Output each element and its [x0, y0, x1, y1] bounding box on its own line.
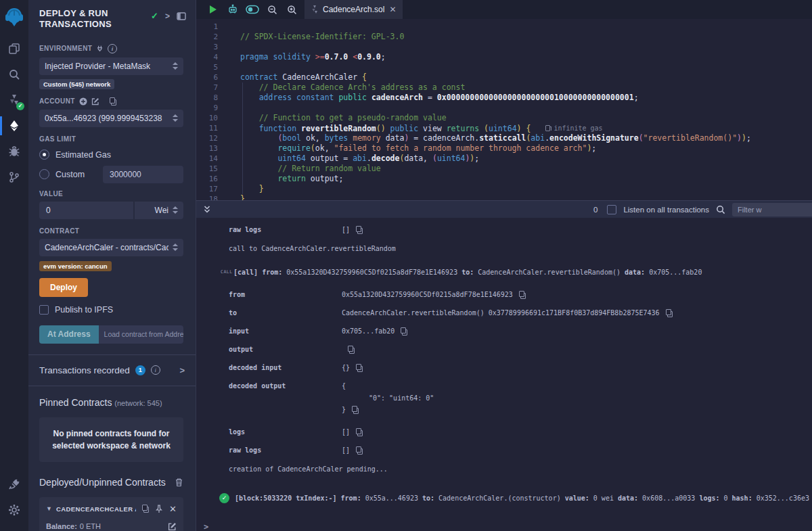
line-number[interactable]: 16	[196, 174, 227, 184]
line-number[interactable]: 10	[196, 113, 227, 123]
solidity-compiler-icon[interactable]: ✓	[0, 89, 28, 112]
code-line[interactable]: 13 require(ok, "failed to fetch a random…	[196, 143, 812, 154]
line-number[interactable]: 7	[196, 83, 227, 93]
code-line[interactable]: 17 }	[196, 184, 812, 194]
environment-select[interactable]: Injected Provider - MetaMask	[39, 57, 183, 75]
copy-icon[interactable]	[352, 406, 359, 414]
line-number[interactable]: 17	[196, 184, 227, 194]
code-line[interactable]: 3	[196, 42, 812, 52]
gas-estimated-option[interactable]: Estimated Gas	[39, 147, 183, 162]
run-script-icon[interactable]	[206, 3, 221, 16]
terminal-prompt[interactable]: >	[196, 522, 812, 531]
ai-toggle-icon[interactable]	[245, 3, 260, 16]
transactions-recorded-row[interactable]: Transactions recorded 1 i >	[28, 355, 196, 386]
line-number[interactable]: 9	[196, 103, 227, 113]
line-number[interactable]: 12	[196, 133, 227, 143]
line-number[interactable]: 6	[196, 72, 227, 83]
copy-account-icon[interactable]	[110, 97, 116, 106]
close-tab-icon[interactable]: ✕	[389, 5, 396, 14]
contract-select[interactable]: CadenceArchCaler - contracts/Cac	[39, 239, 183, 256]
listen-all-checkbox[interactable]	[607, 205, 616, 214]
publish-ipfs-checkbox[interactable]	[39, 305, 49, 315]
copy-icon[interactable]	[356, 428, 363, 436]
code-line[interactable]: 11 function revertibleRandom() public vi…	[196, 123, 812, 133]
code-line[interactable]: 15 // Return random value	[196, 164, 812, 174]
code-line[interactable]: 6contract CadenceArchCaler {	[196, 72, 812, 83]
ai-assistant-icon[interactable]	[225, 3, 240, 16]
code-line[interactable]: 12 (bool ok, bytes memory data) = cadenc…	[196, 133, 812, 143]
code-editor[interactable]: 12// SPDX-License-Identifier: GPL-3.034p…	[196, 19, 812, 200]
copy-icon[interactable]	[356, 226, 363, 234]
line-number[interactable]: 15	[196, 164, 227, 174]
radio-unselected-icon[interactable]	[39, 169, 49, 179]
gas-custom-option[interactable]: Custom 3000000	[39, 167, 183, 182]
code-line[interactable]: 10 // Function to get a pseudo-random va…	[196, 113, 812, 123]
code-line[interactable]: 4pragma solidity >=0.7.0 <0.9.0;	[196, 52, 812, 62]
code-line[interactable]: 7 // Declare Cadence Arch's address as a…	[196, 83, 812, 93]
search-icon[interactable]	[0, 63, 28, 86]
publish-ipfs-row[interactable]: Publish to IPFS	[39, 305, 183, 315]
pin-contract-icon[interactable]	[155, 505, 163, 513]
at-address-button[interactable]: At Address	[39, 325, 99, 344]
terminal-block-line[interactable]: ✓[block:5033220 txIndex:-] from: 0x55a..…	[196, 487, 812, 509]
edit-account-icon[interactable]	[91, 97, 99, 106]
copy-icon[interactable]	[356, 364, 363, 372]
copy-icon[interactable]	[356, 446, 363, 455]
pin-panel-icon[interactable]	[177, 12, 186, 20]
code-line[interactable]: 8 address constant public cadenceArch = …	[196, 93, 812, 103]
edit-balance-icon[interactable]	[168, 522, 177, 531]
line-number[interactable]: 18	[196, 194, 227, 200]
zoom-out-icon[interactable]	[265, 3, 279, 16]
line-number[interactable]: 11	[196, 123, 227, 133]
at-address-input[interactable]: Load contract from Addres	[99, 325, 183, 344]
code-line[interactable]: 18}	[196, 194, 812, 200]
debugger-icon[interactable]	[0, 140, 28, 163]
terminal-search-icon[interactable]	[716, 205, 725, 214]
copy-icon[interactable]	[666, 309, 673, 317]
code-line[interactable]: 1	[196, 22, 812, 32]
line-number[interactable]: 2	[196, 32, 227, 42]
code-line[interactable]: 5	[196, 62, 812, 72]
terminal[interactable]: raw logs[]call to CadenceArchCaler.rever…	[196, 218, 812, 531]
copy-icon[interactable]	[348, 346, 355, 354]
environment-info-icon[interactable]: i	[108, 44, 117, 53]
code-line[interactable]: 9	[196, 103, 812, 113]
trash-icon[interactable]	[175, 478, 183, 487]
line-number[interactable]: 1	[196, 22, 227, 32]
line-number[interactable]: 8	[196, 93, 227, 103]
file-explorer-icon[interactable]	[0, 37, 28, 60]
code-line[interactable]: 16 return output;	[196, 174, 812, 184]
collapse-chevron-icon[interactable]: ▼	[46, 505, 52, 512]
panel-chevron-icon[interactable]: >	[165, 11, 170, 21]
account-select[interactable]: 0x55a...46923 (999.9999453238	[39, 110, 183, 127]
line-number[interactable]: 4	[196, 52, 227, 62]
line-number[interactable]: 3	[196, 42, 227, 52]
plugin-manager-icon[interactable]	[0, 473, 28, 496]
code-line[interactable]: 14 uint64 output = abi.decode(data, (uin…	[196, 154, 812, 164]
deploy-run-icon[interactable]	[0, 114, 28, 137]
zoom-in-icon[interactable]	[284, 3, 299, 16]
code-line[interactable]: 2// SPDX-License-Identifier: GPL-3.0	[196, 32, 812, 42]
code-area[interactable]: 12// SPDX-License-Identifier: GPL-3.034p…	[196, 22, 812, 200]
add-account-icon[interactable]	[79, 97, 87, 106]
copy-address-icon[interactable]	[142, 505, 149, 513]
transactions-expand-icon[interactable]: >	[179, 365, 185, 375]
line-number[interactable]: 13	[196, 143, 227, 154]
value-unit-select[interactable]: Wei	[135, 202, 183, 219]
terminal-call-line[interactable]: CALL[call] from: 0x55a1320D432759960C5Df…	[196, 258, 812, 285]
copy-icon[interactable]	[401, 327, 407, 336]
source-control-icon[interactable]	[0, 166, 28, 189]
value-input[interactable]: 0	[39, 202, 133, 219]
gas-custom-input[interactable]: 3000000	[103, 166, 183, 183]
remove-contract-icon[interactable]: ✕	[169, 504, 177, 514]
tab-cadencearch-sol[interactable]: CadenceArch.sol ✕	[304, 0, 403, 19]
collapse-terminal-icon[interactable]	[203, 205, 211, 214]
line-number[interactable]: 5	[196, 62, 227, 72]
plug-icon[interactable]	[96, 45, 104, 52]
settings-gear-icon[interactable]	[0, 499, 28, 522]
terminal-filter-input[interactable]	[732, 203, 812, 216]
radio-selected-icon[interactable]	[39, 149, 49, 160]
transactions-info-icon[interactable]: i	[151, 365, 160, 375]
copy-icon[interactable]	[519, 291, 526, 299]
deploy-button[interactable]: Deploy	[39, 278, 88, 297]
